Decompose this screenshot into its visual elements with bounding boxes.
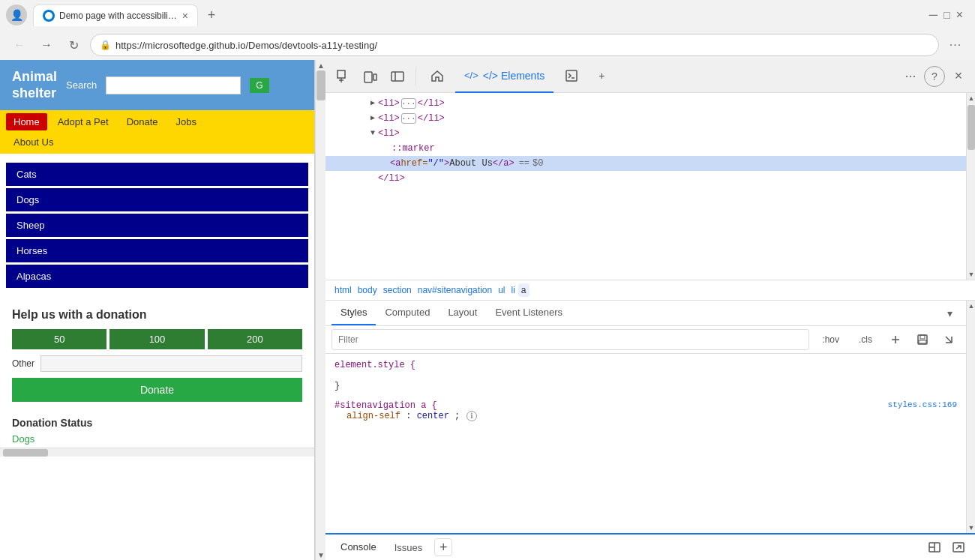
devtools-close-button[interactable]: × — [948, 66, 969, 87]
webpage-hscrollbar[interactable] — [0, 448, 314, 457]
add-panel-tab[interactable]: + — [590, 60, 614, 93]
other-amount-input[interactable] — [40, 355, 302, 372]
nav-donate[interactable]: Donate — [119, 113, 166, 130]
search-input[interactable] — [106, 76, 241, 94]
device-emulation-tool[interactable] — [358, 64, 382, 88]
sidebar-item-cats[interactable]: Cats — [6, 163, 308, 186]
filter-save-button[interactable] — [912, 329, 933, 350]
breadcrumb-ul[interactable]: ul — [495, 283, 508, 297]
tree-scroll-track[interactable] — [967, 103, 975, 269]
styles-vscrollbar[interactable]: ▲ ▼ — [966, 301, 975, 533]
tree-line-li-1[interactable]: ▶ <li> ··· </li> — [326, 96, 966, 111]
tree-dots-1[interactable]: ··· — [401, 98, 416, 109]
svg-rect-14 — [919, 340, 926, 343]
tree-expand-1[interactable]: ▶ — [368, 98, 378, 109]
elements-panel-tab[interactable]: </> </> Elements — [455, 60, 554, 93]
back-button[interactable]: ← — [9, 34, 30, 55]
breadcrumb-html[interactable]: html — [332, 283, 355, 297]
sidebar-toggle-tool[interactable] — [386, 64, 410, 88]
console-tab-issues[interactable]: Issues — [386, 536, 432, 559]
tree-expand-2[interactable]: ▶ — [368, 113, 378, 124]
minimize-btn[interactable]: ─ — [929, 8, 938, 22]
tree-scroll-down[interactable]: ▼ — [967, 269, 975, 280]
breadcrumb-li[interactable]: li — [508, 283, 518, 297]
styles-tab-more[interactable]: ▾ — [939, 303, 960, 324]
tree-expand-3[interactable]: ▼ — [368, 128, 378, 139]
tree-scroll-up[interactable]: ▲ — [967, 93, 975, 103]
breadcrumb-a[interactable]: a — [518, 283, 530, 297]
styles-tab-styles[interactable]: Styles — [332, 301, 376, 325]
styles-tab-computed[interactable]: Computed — [376, 301, 439, 325]
styles-scroll-down[interactable]: ▼ — [967, 523, 975, 533]
scroll-track[interactable] — [316, 70, 326, 550]
sidebar-item-dogs[interactable]: Dogs — [6, 188, 308, 211]
sidebar-item-alpacas[interactable]: Alpacas — [6, 265, 308, 288]
tree-expand-anchor[interactable] — [380, 158, 390, 169]
console-add-panel-button[interactable]: + — [434, 538, 452, 556]
profile-icon[interactable]: 👤 — [6, 4, 27, 25]
filter-hov-button[interactable]: :hov — [815, 331, 846, 349]
tab-close-btn[interactable]: × — [182, 10, 188, 22]
breadcrumb-section[interactable]: section — [380, 283, 415, 297]
devtools-dock-button[interactable] — [924, 537, 945, 558]
tree-line-li-3[interactable]: ▼ <li> — [326, 126, 966, 141]
webpage-vscrollbar[interactable]: ▲ ▼ — [315, 60, 326, 560]
css-link-styles[interactable]: styles.css:169 — [888, 400, 957, 409]
amount-50[interactable]: 50 — [12, 329, 106, 349]
console-tab-console[interactable]: Console — [332, 535, 386, 560]
filter-nav-button[interactable] — [939, 329, 960, 350]
browser-more-button[interactable]: ··· — [945, 34, 966, 55]
elements-panel-icon: </> — [464, 70, 478, 81]
devtools-more-button[interactable]: ··· — [900, 66, 921, 87]
maximize-btn[interactable]: □ — [944, 9, 950, 21]
active-tab[interactable]: Demo page with accessibility issu × — [33, 4, 198, 26]
status-link[interactable]: Dogs — [12, 433, 34, 445]
scroll-up-arrow[interactable]: ▲ — [316, 60, 326, 70]
nav-about[interactable]: About Us — [6, 133, 61, 151]
devtools-undock-button[interactable] — [948, 537, 969, 558]
inspect-element-tool[interactable] — [332, 64, 356, 88]
nav-jobs[interactable]: Jobs — [169, 113, 204, 130]
sidebar-item-sheep[interactable]: Sheep — [6, 214, 308, 237]
refresh-button[interactable]: ↻ — [63, 34, 84, 55]
amount-200[interactable]: 200 — [208, 329, 302, 349]
css-rule-sitenavigation-a: #sitenavigation a { styles.css:169 align… — [334, 400, 957, 421]
styles-filter-input[interactable] — [332, 329, 809, 350]
tree-line-marker[interactable]: ::marker — [326, 141, 966, 156]
styles-scroll-track[interactable] — [967, 311, 975, 523]
close-window-btn[interactable]: × — [956, 8, 963, 22]
home-panel-btn[interactable] — [422, 60, 452, 93]
tree-dots-2[interactable]: ··· — [401, 113, 416, 124]
new-tab-button[interactable]: + — [201, 4, 222, 25]
main-area: Animal shelter Search G Home Adopt a Pet… — [0, 60, 975, 560]
tree-vscrollbar[interactable]: ▲ ▼ — [966, 93, 975, 280]
devtools-help-button[interactable]: ? — [924, 66, 945, 87]
filter-add-button[interactable] — [885, 329, 906, 350]
filter-cls-button[interactable]: .cls — [852, 331, 879, 349]
styles-tab-eventlisteners[interactable]: Event Listeners — [486, 301, 572, 325]
hscroll-thumb[interactable] — [3, 449, 48, 457]
forward-button[interactable]: → — [36, 34, 57, 55]
nav-adopt[interactable]: Adopt a Pet — [50, 113, 116, 130]
tree-line-anchor[interactable]: <a href= "/" > About Us </a> == $0 — [326, 156, 966, 171]
sidebar-item-horses[interactable]: Horses — [6, 239, 308, 262]
url-bar[interactable]: 🔒 https://microsoftedge.github.io/Demos/… — [90, 34, 939, 56]
tree-scroll-thumb[interactable] — [968, 105, 975, 150]
tree-line-li-2[interactable]: ▶ <li> ··· </li> — [326, 111, 966, 126]
scroll-down-arrow[interactable]: ▼ — [316, 550, 326, 560]
css-info-icon[interactable]: ℹ — [466, 411, 477, 421]
nav-home[interactable]: Home — [6, 113, 47, 130]
styles-css-content: element.style { } #sitenavigation a { st… — [326, 354, 966, 533]
tree-line-li-close[interactable]: </li> — [326, 171, 966, 186]
search-go-button[interactable]: G — [250, 78, 268, 93]
styles-tab-layout[interactable]: Layout — [439, 301, 486, 325]
scroll-thumb[interactable] — [316, 70, 326, 100]
css-selector-1: element.style { — [334, 360, 416, 370]
shelter-logo: Animal shelter — [12, 69, 57, 101]
breadcrumb-body[interactable]: body — [355, 283, 380, 297]
styles-scroll-up[interactable]: ▲ — [967, 301, 975, 311]
console-panel-tab[interactable] — [556, 60, 586, 93]
amount-100[interactable]: 100 — [110, 329, 204, 349]
breadcrumb-nav[interactable]: nav#sitenavigation — [415, 283, 495, 297]
donate-button[interactable]: Donate — [12, 378, 302, 402]
